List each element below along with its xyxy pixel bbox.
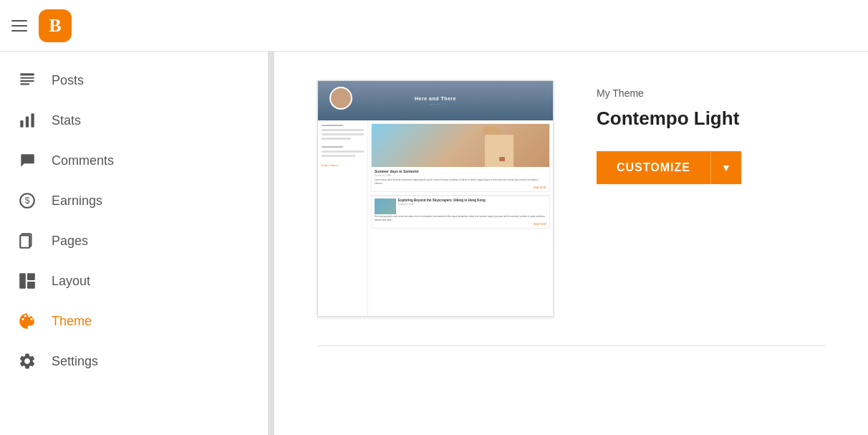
sidebar-scrollbar[interactable]: [269, 52, 274, 435]
blog-content-area: Export theme: [318, 120, 553, 316]
sidebar-item-label-posts: Posts: [52, 73, 84, 88]
svg-rect-2: [20, 80, 34, 82]
building-dome: [483, 126, 500, 135]
blogger-logo: B: [39, 9, 72, 42]
svg-rect-10: [20, 235, 29, 247]
post-2-meta: October 8, 2018: [398, 203, 546, 206]
sidebar-line-3: [322, 138, 351, 140]
comments-icon: [17, 150, 37, 171]
blog-nav: — — —: [430, 102, 440, 105]
theme-info-panel: My Theme Contempo Light CUSTOMIZE ▼: [597, 80, 741, 184]
blog-sidebar: Export theme: [318, 120, 368, 316]
svg-rect-5: [26, 117, 29, 128]
sidebar-item-label-pages: Pages: [52, 234, 88, 249]
post-card-image-1: [372, 124, 549, 167]
blog-main: Summer days in Santorini October 12, 201…: [368, 120, 553, 316]
sidebar-item-layout[interactable]: Layout: [0, 261, 268, 301]
customize-btn-group: CUSTOMIZE ▼: [597, 151, 741, 184]
blog-title: Here and There: [415, 96, 456, 101]
post-1-readmore: READ MORE: [534, 186, 546, 189]
sidebar-line-1: [322, 129, 364, 131]
post-2-title: Exploring Beyond the Skyscrapers: Hiking…: [398, 199, 546, 202]
svg-rect-11: [19, 273, 26, 289]
blog-header: Here and There — — —: [318, 81, 553, 120]
sidebar-item-label-layout: Layout: [52, 274, 90, 289]
building-body: [485, 135, 513, 167]
sidebar-line-4: [322, 150, 364, 153]
svg-rect-6: [31, 113, 34, 128]
svg-rect-12: [27, 273, 35, 280]
post-1-title: Summer days in Santorini: [372, 167, 549, 174]
sidebar-label-1: [322, 125, 343, 126]
earnings-icon: $: [17, 191, 37, 211]
post-2-image: [375, 199, 396, 214]
sidebar-line-5: [322, 155, 355, 157]
sidebar-item-settings[interactable]: Settings: [0, 341, 268, 381]
sidebar-label-2: [322, 146, 343, 148]
posts-icon: [17, 70, 37, 90]
svg-rect-4: [20, 120, 23, 128]
topbar: B: [0, 0, 868, 52]
export-link: Export theme: [322, 163, 364, 167]
svg-rect-13: [27, 282, 35, 289]
building-window: [499, 157, 505, 161]
sidebar-item-posts[interactable]: Posts: [0, 60, 268, 100]
sidebar-item-label-earnings: Earnings: [52, 193, 102, 209]
sidebar-item-label-theme: Theme: [52, 314, 92, 329]
svg-rect-3: [20, 83, 29, 85]
theme-preview: Here and There — — —: [317, 80, 554, 317]
sidebar-line-2: [322, 133, 364, 135]
my-theme-label: My Theme: [597, 87, 741, 99]
blog-preview: Here and There — — —: [318, 81, 553, 316]
post-2-body: Sed ut perspiciatis unde omnis iste natu…: [372, 215, 549, 223]
blog-avatar: [329, 87, 352, 110]
pages-icon: [17, 231, 37, 251]
logo-letter: B: [49, 15, 61, 37]
chevron-down-icon: ▼: [721, 162, 731, 173]
svg-rect-0: [20, 73, 34, 75]
hamburger-menu[interactable]: [11, 20, 27, 32]
sidebar-item-earnings[interactable]: $ Earnings: [0, 181, 268, 221]
sidebar-item-label-stats: Stats: [52, 113, 81, 128]
sidebar-item-pages[interactable]: Pages: [0, 221, 268, 261]
sidebar-item-stats[interactable]: Stats: [0, 100, 268, 140]
bottom-divider: [317, 345, 825, 346]
content-area: Here and There — — —: [274, 52, 868, 435]
customize-button[interactable]: CUSTOMIZE: [597, 151, 710, 184]
post-card-1: Summer days in Santorini October 12, 201…: [371, 123, 550, 192]
main-layout: Posts Stats Comments: [0, 52, 868, 435]
settings-icon: [17, 351, 37, 371]
svg-rect-1: [20, 77, 34, 79]
sidebar-item-label-comments: Comments: [52, 153, 114, 168]
post-2-readmore: READ MORE: [534, 223, 546, 226]
post-card-2: Exploring Beyond the Skyscrapers: Hiking…: [371, 195, 550, 229]
stats-icon: [17, 110, 37, 130]
sidebar-item-label-settings: Settings: [52, 354, 98, 369]
sidebar-item-comments[interactable]: Comments: [0, 140, 268, 181]
theme-section: Here and There — — —: [317, 80, 825, 317]
layout-icon: [17, 271, 37, 291]
theme-name: Contempo Light: [597, 107, 741, 130]
svg-text:$: $: [25, 196, 30, 206]
sidebar: Posts Stats Comments: [0, 52, 269, 435]
customize-dropdown-button[interactable]: ▼: [710, 151, 741, 184]
post-1-body: Lorem ipsum dolor sit amet consectetur a…: [372, 178, 549, 186]
theme-icon: [17, 311, 37, 331]
sidebar-item-theme[interactable]: Theme: [0, 301, 268, 341]
